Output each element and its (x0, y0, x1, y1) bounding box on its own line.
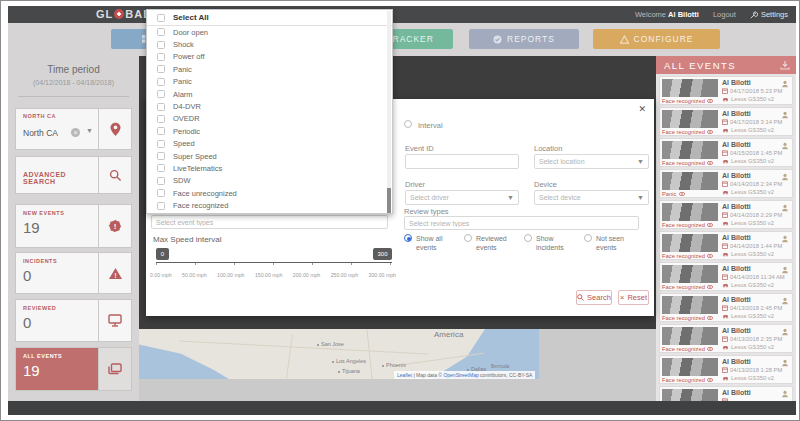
radio-icon[interactable] (584, 234, 592, 242)
checkbox-icon[interactable] (157, 152, 165, 160)
osm-link[interactable]: OpenStreetMap (443, 372, 478, 378)
dropdown-option[interactable]: Periodic (147, 125, 392, 137)
event-card[interactable]: Face recognized Al Bilotti 04/13/2018 2:… (659, 324, 793, 353)
person-icon[interactable] (781, 80, 789, 88)
person-icon[interactable] (781, 235, 789, 243)
checkbox-icon[interactable] (157, 90, 165, 98)
event-card[interactable]: Face recognized Al Bilotti 04/17/2018 3:… (659, 107, 793, 136)
alert-badge-icon: ! (108, 219, 122, 233)
review-filter-option[interactable]: Show all events (404, 234, 464, 253)
checkbox-icon[interactable] (157, 189, 165, 197)
slider-min-handle[interactable]: 0 (156, 248, 169, 260)
locate-region-button[interactable] (98, 109, 131, 149)
dropdown-option[interactable]: Panic (147, 63, 392, 75)
counter-all-events[interactable]: ALL EVENTS 19 (15, 347, 132, 391)
person-icon[interactable] (781, 359, 789, 367)
checkbox-icon[interactable] (157, 140, 165, 148)
dropdown-option[interactable]: LiveTelematics (147, 162, 392, 174)
leaflet-link[interactable]: Leaflet (397, 372, 412, 378)
dropdown-option[interactable]: OVEDR (147, 113, 392, 125)
driver-select[interactable]: Select driver▼ (405, 190, 519, 205)
checkbox-icon[interactable] (157, 103, 165, 111)
person-icon[interactable] (781, 390, 789, 398)
review-types-input[interactable] (404, 216, 639, 230)
radio-icon[interactable] (464, 234, 472, 242)
review-filter-option[interactable]: Show incidents (524, 234, 584, 253)
dropdown-scrollbar[interactable] (387, 11, 391, 214)
person-icon[interactable] (781, 173, 789, 181)
counter-reviewed[interactable]: REVIEWED 0 (15, 299, 132, 342)
dropdown-option[interactable]: Panic (147, 76, 392, 88)
checkbox-icon[interactable] (157, 177, 165, 185)
dropdown-option[interactable]: Face unrecognized (147, 187, 392, 199)
region-select[interactable]: North CA (23, 128, 58, 138)
tab-reports[interactable]: REPORTS (469, 29, 579, 49)
reset-button[interactable]: × Reset (618, 290, 649, 305)
location-select[interactable]: Select location▼ (534, 154, 649, 169)
person-icon[interactable] (781, 328, 789, 336)
event-card[interactable]: Face recognized Al Bilotti 04/14/2018 1:… (659, 231, 793, 260)
person-icon[interactable] (781, 266, 789, 274)
event-card[interactable]: Face recognized Al Bilotti 04/13/2018 2:… (659, 293, 793, 322)
dropdown-option[interactable]: Shock (147, 38, 392, 50)
chevron-down-icon[interactable]: ▼ (86, 127, 93, 134)
dropdown-option[interactable]: Super Speed (147, 150, 392, 162)
dropdown-option[interactable]: D4-DVR (147, 100, 392, 112)
radio-label: Not seen events (596, 234, 634, 253)
review-filter-option[interactable]: Not seen events (584, 234, 644, 253)
person-icon[interactable] (781, 204, 789, 212)
logout-link[interactable]: Logout (713, 10, 736, 19)
checkbox-icon[interactable] (157, 115, 165, 123)
counter-incidents[interactable]: INCIDENTS 0 ! (15, 252, 132, 294)
speed-slider-track[interactable] (156, 262, 392, 265)
event-card[interactable]: Face recognized Al Bilotti 04/17/2018 5:… (659, 76, 793, 105)
checkbox-icon[interactable] (157, 127, 165, 135)
select-all-option[interactable]: Select All (147, 10, 392, 26)
device-select[interactable]: Select device▼ (534, 190, 649, 205)
checkbox-icon[interactable] (157, 78, 165, 86)
checkbox-icon[interactable] (157, 65, 165, 73)
close-icon[interactable]: ✕ (638, 104, 646, 114)
dropdown-option[interactable]: Power off (147, 51, 392, 63)
map-canvas[interactable]: America San Jose Los Angeles Phoenix Tij… (139, 329, 539, 379)
event-card[interactable]: Panic Al Bilotti 04/14/2018 2:34 PM Lexu… (659, 169, 793, 198)
event-card[interactable]: Al Bilotti (659, 386, 793, 401)
checkbox-icon[interactable] (157, 14, 165, 22)
checkbox-icon[interactable] (157, 41, 165, 49)
interval-radio[interactable] (404, 120, 412, 128)
person-icon[interactable] (781, 297, 789, 305)
clear-region-icon[interactable]: × (71, 128, 80, 137)
event-card[interactable]: Face recognized Al Bilotti 04/14/2018 2:… (659, 200, 793, 229)
settings-button[interactable]: Settings (750, 10, 788, 19)
event-date: 04/13/2018 1:28 PM (722, 367, 782, 373)
dropdown-option-label: Panic (173, 77, 192, 86)
tab-configure[interactable]: CONFIGURE (593, 29, 720, 49)
advanced-search-button[interactable] (98, 157, 131, 193)
event-id-input[interactable] (405, 154, 519, 169)
car-icon (722, 314, 729, 319)
event-card[interactable]: Face recognized Al Bilotti 04/14/2018 11… (659, 262, 793, 291)
export-icon[interactable] (780, 60, 790, 70)
checkbox-icon[interactable] (157, 53, 165, 61)
dropdown-option[interactable]: Speed (147, 138, 392, 150)
scrollbar-thumb[interactable] (387, 188, 391, 214)
checkbox-icon[interactable] (157, 164, 165, 172)
event-types-input[interactable] (151, 215, 388, 229)
radio-icon[interactable] (524, 234, 532, 242)
person-icon[interactable] (781, 111, 789, 119)
checkbox-icon[interactable] (157, 28, 165, 36)
person-icon[interactable] (781, 142, 789, 150)
event-card[interactable]: Face recognized Al Bilotti 04/13/2018 1:… (659, 355, 793, 384)
dropdown-option[interactable]: Door open (147, 26, 392, 38)
slider-max-handle[interactable]: 300 (373, 248, 392, 260)
radio-icon[interactable] (404, 234, 412, 242)
counter-new-events[interactable]: NEW EVENTS 19 ! (15, 204, 132, 248)
dropdown-option[interactable]: Alarm (147, 88, 392, 100)
checkbox-icon[interactable] (157, 202, 165, 210)
dropdown-option[interactable]: SDW (147, 175, 392, 187)
search-button[interactable]: Search (576, 290, 612, 305)
event-card[interactable]: Face recognized Al Bilotti 04/15/2018 1:… (659, 138, 793, 167)
dropdown-option[interactable]: Face recognized (147, 199, 392, 211)
dropdown-option[interactable]: Door (147, 212, 392, 214)
review-filter-option[interactable]: Reviewed events (464, 234, 524, 253)
